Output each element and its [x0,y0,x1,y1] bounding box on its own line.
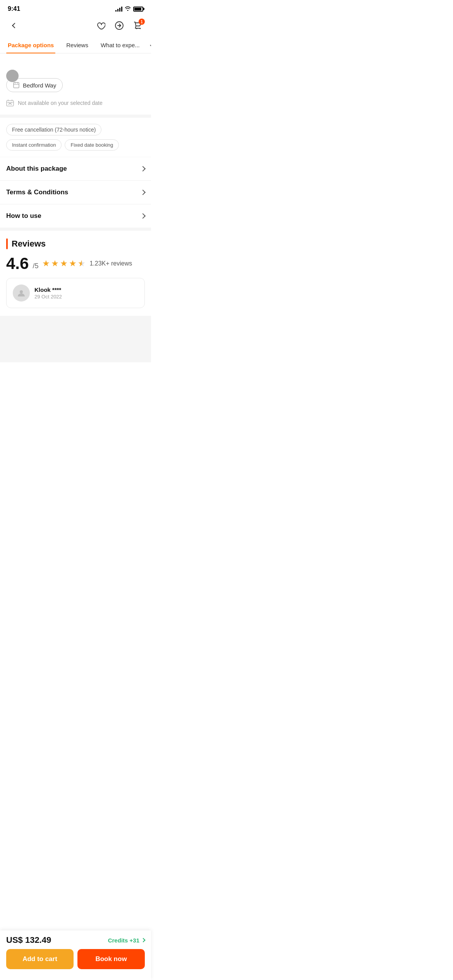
how-to-use-row[interactable]: How to use [0,204,151,228]
about-package-chevron-icon [140,166,146,171]
wishlist-button[interactable] [95,20,106,31]
review-count: 1.23K+ reviews [89,260,132,267]
wifi-icon [125,6,131,12]
reviews-title: Reviews [12,239,46,249]
cart-badge: 1 [139,19,145,25]
top-nav: 1 [0,15,151,37]
chevron-down-icon [150,43,151,47]
svg-point-5 [20,290,23,293]
reviews-accent-bar [6,238,8,249]
how-to-use-chevron-icon [140,213,146,219]
expandable-sections: About this package Terms & Conditions Ho… [0,157,151,228]
reviewer-info: Klook **** 29 Oct 2022 [34,286,138,300]
share-button[interactable] [114,20,125,31]
info-section: Free cancellation (72-hours notice) Inst… [0,118,151,157]
back-button[interactable] [8,19,22,33]
reviewer-name: Klook **** [34,286,138,293]
reviewer-date: 29 Oct 2022 [34,294,138,300]
reviews-header: Reviews [6,238,145,249]
heart-icon [96,21,105,30]
status-icons [115,6,143,12]
star-1: ★ [42,259,50,269]
reviews-section: Reviews 4.6 /5 ★ ★ ★ ★ ★★ 1.23K+ reviews [0,231,151,316]
review-card: Klook **** 29 Oct 2022 [6,278,145,308]
reviewer-row: Klook **** 29 Oct 2022 [13,284,138,302]
battery-icon [133,7,143,12]
reviewer-avatar [13,284,30,302]
tab-what-to-expect[interactable]: What to expe... [99,37,141,53]
star-4: ★ [69,259,77,269]
location-name: Bedford Way [23,82,56,89]
status-time: 9:41 [8,5,20,12]
scroll-indicator [6,70,19,82]
svg-point-2 [140,28,141,29]
star-3: ★ [60,259,68,269]
unavailable-icon [6,99,14,107]
nav-actions: 1 [95,20,143,31]
rating-score: 4.6 [6,255,29,272]
tab-reviews[interactable]: Reviews [65,37,90,53]
svg-point-1 [136,28,137,29]
svg-rect-3 [14,82,19,88]
cancellation-chip: Free cancellation (72-hours notice) [6,124,101,135]
how-to-use-label: How to use [6,212,41,220]
location-icon [13,82,20,89]
chip-row: Instant confirmation Fixed date booking [6,139,145,151]
instant-confirmation-chip: Instant confirmation [6,139,62,151]
fixed-date-booking-chip: Fixed date booking [65,139,119,151]
back-chevron-icon [12,23,17,28]
tab-more-button[interactable] [151,44,151,47]
cart-button[interactable]: 1 [132,20,143,31]
tab-package-options[interactable]: Package options [6,37,55,53]
about-package-row[interactable]: About this package [0,157,151,181]
status-bar: 9:41 [0,0,151,15]
rating-row: 4.6 /5 ★ ★ ★ ★ ★★ 1.23K+ reviews [6,255,145,272]
tab-bar: Package options Reviews What to expe... [0,37,151,53]
star-5-half: ★★ [78,259,86,269]
share-icon [115,21,124,30]
about-package-label: About this package [6,165,67,173]
terms-conditions-chevron-icon [140,190,146,195]
terms-conditions-row[interactable]: Terms & Conditions [0,181,151,204]
star-rating: ★ ★ ★ ★ ★★ [42,259,86,269]
signal-icon [115,6,122,12]
unavailable-notice: Not available on your selected date [6,98,145,108]
terms-conditions-label: Terms & Conditions [6,188,68,196]
rating-max: /5 [33,262,38,270]
star-2: ★ [51,259,59,269]
package-card: Bedford Way Not available on your select… [0,53,151,115]
main-content: Bedford Way Not available on your select… [0,53,151,362]
